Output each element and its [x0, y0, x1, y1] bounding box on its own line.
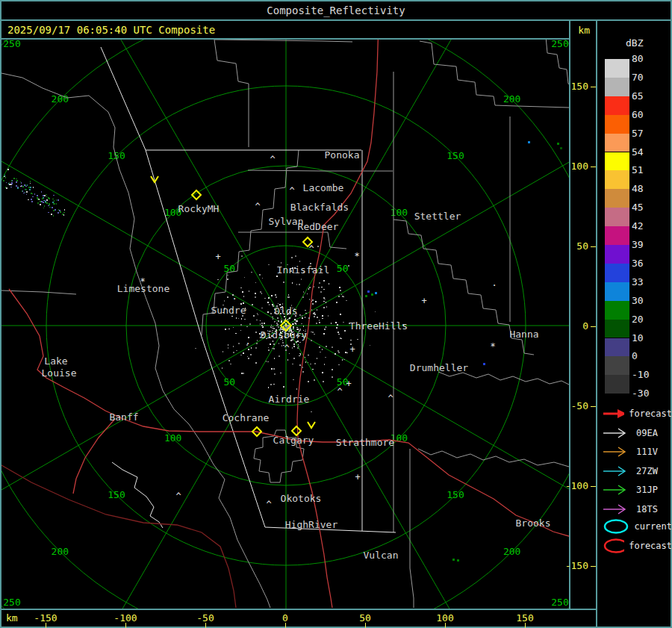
colorbar-swatch	[605, 78, 629, 96]
colorbar-label: 48	[632, 183, 666, 194]
colorbar-label: 30	[632, 295, 666, 306]
map-area: 2025/09/17 06:05:40 UTC Composite 505050…	[0, 19, 570, 610]
city-label: Louise	[42, 367, 77, 379]
city-label: Olds	[274, 305, 297, 317]
colorbar-swatch	[605, 152, 629, 171]
station-marker: *	[140, 276, 145, 287]
legend-label: forecast	[629, 408, 672, 419]
axis-tick	[591, 87, 596, 87]
legend-item-27ZW: 27ZW	[602, 464, 672, 479]
axis-tick	[125, 623, 126, 628]
right-axis: km 150100500-50-100-150	[569, 19, 597, 610]
colorbar-title: dBZ	[626, 37, 643, 49]
city-label: Banff	[109, 411, 138, 423]
city-label: Cochrane	[223, 412, 270, 423]
city-label: Stettler	[414, 211, 461, 222]
colorbar-label: 20	[632, 314, 666, 325]
colorbar-label: 36	[632, 258, 666, 269]
arrow-icon	[602, 464, 632, 478]
colorbar-label: 42	[632, 220, 666, 231]
station-marker: .	[400, 317, 405, 328]
ellipse-icon	[602, 517, 629, 535]
station-marker: ^	[266, 500, 271, 510]
right-axis-tick-label: 150	[571, 81, 588, 92]
legend-label: current	[634, 521, 672, 532]
right-axis-tick-label: -50	[571, 400, 588, 411]
city-label: Hanna	[509, 329, 538, 340]
station-marker: +	[421, 296, 426, 306]
legend-item-111V: 111V	[602, 444, 672, 459]
radar-map[interactable]: 5050505010010010010015015015015020020020…	[1, 40, 569, 609]
right-axis-tick-label: 50	[576, 240, 588, 252]
motion-arrow-icon	[308, 422, 315, 428]
city-label: RedDeer	[298, 221, 339, 232]
axis-tick	[591, 406, 596, 407]
legend-item-forecast: forecast	[602, 536, 672, 556]
arrow-icon	[602, 426, 632, 440]
arrow-icon	[602, 483, 632, 497]
city-label: Airdrie	[269, 394, 310, 405]
arrow-icon	[602, 407, 624, 420]
axis-tick	[525, 623, 526, 628]
colorbar-label: 54	[632, 146, 666, 158]
city-label: Sundre	[211, 305, 246, 316]
colorbar-label: 0	[632, 350, 666, 361]
bottom-axis-tick-label: 50	[359, 612, 371, 624]
svg-text:200: 200	[52, 546, 69, 557]
bottom-axis-tick-label: 150	[516, 612, 533, 624]
colorbar-swatch	[605, 301, 629, 320]
svg-text:150: 150	[447, 150, 464, 161]
city-label: ThreeHills	[349, 320, 408, 332]
station-marker: .	[231, 291, 237, 302]
axis-tick	[591, 566, 596, 567]
colorbar-swatch	[605, 208, 629, 226]
svg-text:250: 250	[3, 597, 20, 608]
colorbar-swatch	[605, 356, 629, 375]
svg-text:50: 50	[224, 376, 236, 388]
legend-label: 27ZW	[636, 466, 658, 476]
colorbar-swatch	[605, 245, 629, 264]
station-marker: ^	[284, 343, 289, 354]
colorbar-swatch	[605, 96, 629, 115]
legend-item-forecast: forecast	[602, 406, 672, 421]
station-marker: +	[355, 472, 360, 482]
legend-label: 31JP	[636, 485, 658, 495]
colorbar-label: -30	[632, 388, 666, 399]
legend-item-31JP: 31JP	[602, 482, 672, 497]
colorbar-swatch	[605, 226, 629, 245]
colorbar-label: 39	[632, 239, 666, 250]
colorbar-label: -10	[632, 369, 666, 380]
colorbar-panel: dBZ 807065605754514845423936333020100-10…	[596, 19, 672, 628]
city-label: Lacombe	[303, 182, 344, 193]
axis-tick	[46, 623, 46, 628]
station-marker: .	[245, 336, 250, 346]
city-label: HighRiver	[285, 519, 338, 530]
right-axis-unit: km	[578, 25, 590, 36]
right-axis-tick-label: 0	[582, 320, 588, 332]
radar-app-window: Composite_Reflectivity 2025/09/17 06:05:…	[0, 0, 672, 628]
city-label: Ponoka	[325, 149, 360, 161]
colorbar-label: 70	[632, 72, 666, 83]
svg-text:250: 250	[551, 40, 568, 49]
station-marker: *	[354, 251, 359, 261]
colorbar-swatch	[605, 320, 629, 338]
bottom-axis-tick-label: -150	[34, 612, 57, 624]
axis-tick	[591, 486, 596, 487]
legend-label: 18TS	[636, 504, 658, 514]
svg-text:150: 150	[447, 489, 464, 500]
colorbar-swatch	[605, 189, 629, 208]
svg-text:250: 250	[3, 40, 20, 49]
city-label: Okotoks	[281, 493, 322, 504]
city-label: Blackfalds	[290, 202, 349, 213]
colorbar-swatch	[605, 338, 629, 357]
svg-text:50: 50	[224, 263, 236, 274]
station-marker: ^	[388, 394, 393, 404]
station-marker: .	[491, 278, 497, 288]
bottom-axis-tick-label: -100	[113, 612, 137, 624]
legend-item-09EA: 09EA	[602, 426, 672, 441]
station-marker: ^	[308, 244, 314, 255]
colorbar-swatch	[605, 375, 629, 394]
city-label: Calgary	[273, 435, 314, 446]
axis-tick	[591, 246, 596, 247]
legend-item-current: current	[602, 517, 672, 536]
